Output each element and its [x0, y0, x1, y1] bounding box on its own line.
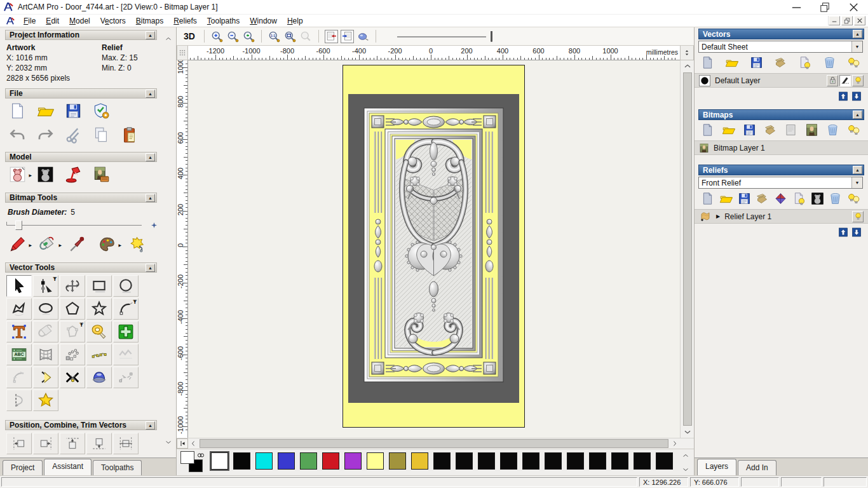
panel-scroll-down[interactable] — [164, 438, 173, 446]
primary-secondary-colour-chip[interactable] — [180, 451, 210, 474]
open-file-icon[interactable] — [719, 192, 733, 205]
palette-swatch[interactable] — [300, 452, 317, 470]
vector-sheet-select[interactable]: Default Sheet ▼ — [698, 41, 863, 53]
relief-layer-icon[interactable] — [699, 211, 712, 222]
collapse-button[interactable]: ▲ — [146, 90, 155, 98]
collapse-button[interactable]: ▲ — [146, 31, 155, 39]
menu-window[interactable]: Window — [245, 15, 282, 27]
flood-fill-icon[interactable] — [128, 236, 146, 253]
align-left-icon[interactable] — [6, 433, 32, 454]
chevron-down-icon[interactable] — [164, 438, 173, 446]
envelope-gray-icon[interactable]: Ŧ — [60, 321, 85, 342]
blank-doc-icon[interactable] — [784, 123, 797, 137]
corner-dots-icon[interactable] — [177, 48, 187, 58]
flyout-arrow-icon[interactable]: ▶ — [29, 173, 32, 177]
palette-swatch[interactable] — [411, 452, 428, 470]
layer-name[interactable]: Default Layer — [715, 76, 760, 85]
chevron-up-icon[interactable] — [681, 452, 690, 459]
menu-reliefs[interactable]: Reliefs — [168, 15, 202, 27]
create-ellipse-icon[interactable] — [33, 298, 58, 320]
pencil-snap-button[interactable] — [839, 75, 851, 86]
chevron-down-icon[interactable]: ▼ — [851, 41, 862, 52]
chevron-up-icon[interactable] — [164, 35, 173, 43]
zoom-drawing-icon[interactable] — [299, 30, 313, 43]
stack-import-icon[interactable] — [774, 56, 787, 69]
hscroll-tool-icon[interactable] — [179, 440, 186, 447]
units-spinner[interactable] — [680, 46, 694, 60]
save-file-icon[interactable] — [65, 102, 82, 119]
flyout-arrow-icon[interactable]: ▶ — [118, 243, 121, 247]
align-bottom-icon[interactable] — [86, 433, 112, 454]
layer-name[interactable]: Bitmap Layer 1 — [714, 144, 765, 152]
palette-swatch[interactable] — [233, 452, 250, 470]
doc-bulb-icon[interactable] — [798, 56, 811, 69]
bitmap-thumbnail-icon[interactable] — [699, 143, 709, 153]
palette-swatch[interactable] — [656, 452, 673, 470]
create-circle-icon[interactable] — [113, 275, 139, 297]
stack-import-icon[interactable] — [764, 123, 777, 137]
relief-combine-icon[interactable] — [774, 192, 787, 205]
mirror-vectors-icon[interactable] — [6, 390, 32, 411]
bulb-button[interactable] — [852, 75, 864, 86]
palette-swatch[interactable] — [478, 452, 495, 470]
horizontal-scroll-thumb[interactable] — [200, 439, 668, 448]
trash-icon[interactable] — [826, 123, 839, 137]
relief-lighting-icon[interactable] — [65, 166, 82, 183]
tab-add-in[interactable]: Add In — [738, 460, 776, 475]
create-star-icon[interactable] — [86, 298, 112, 320]
colour-palette-icon[interactable]: ▶ — [98, 236, 116, 253]
palette-swatch[interactable] — [278, 452, 295, 470]
sheet-new-icon[interactable] — [701, 123, 714, 137]
chevron-up-icon[interactable] — [683, 62, 692, 71]
invert-relief-icon[interactable] — [37, 166, 54, 183]
canvas-viewport[interactable] — [188, 60, 680, 438]
view-3d-button[interactable]: 3D — [180, 31, 198, 41]
expander-icon[interactable]: ▶ — [716, 214, 720, 219]
fit-wave-icon[interactable] — [113, 344, 139, 365]
flyout-arrow-icon[interactable]: ▶ — [58, 243, 62, 247]
scroll-down-button[interactable] — [683, 428, 692, 437]
menu-vectors[interactable]: Vectors — [95, 15, 131, 27]
menu-edit[interactable]: Edit — [41, 15, 64, 27]
create-polyline-icon[interactable] — [6, 298, 32, 320]
palette-swatch[interactable] — [500, 452, 517, 470]
sketch-relief-icon[interactable]: ▶ — [9, 166, 26, 183]
open-file-icon[interactable] — [725, 56, 738, 69]
bulbs-icon[interactable] — [847, 192, 860, 205]
palette-swatch[interactable] — [211, 452, 228, 470]
create-polygon-icon[interactable] — [60, 298, 85, 320]
envelope-distort-icon[interactable] — [33, 344, 58, 365]
palette-swatch[interactable] — [367, 452, 384, 470]
arrow-up-icon[interactable] — [838, 227, 848, 237]
copy-icon[interactable] — [93, 126, 110, 144]
scroll-right-button[interactable] — [670, 438, 680, 449]
colour-picker-icon[interactable] — [69, 236, 86, 253]
slider-thumb[interactable] — [15, 220, 22, 230]
fit-points-icon[interactable] — [86, 344, 112, 365]
pour-gray-icon[interactable] — [33, 321, 58, 342]
toggle-vector-icon[interactable] — [341, 30, 354, 43]
image-doc-icon[interactable] — [805, 123, 818, 137]
align-right-icon[interactable] — [33, 433, 58, 454]
open-file-icon[interactable] — [722, 123, 735, 137]
cut-icon[interactable] — [65, 126, 82, 144]
bulbs-icon[interactable] — [847, 123, 860, 137]
palette-swatch[interactable] — [322, 452, 339, 470]
zoom-out-icon[interactable] — [226, 30, 240, 43]
paint-bucket-icon[interactable]: ▶ — [39, 236, 56, 253]
create-text-icon[interactable] — [6, 321, 32, 342]
vertical-scroll-thumb[interactable] — [683, 72, 692, 426]
vector-layer-row[interactable]: Default Layer — [695, 73, 868, 88]
palette-swatch[interactable] — [344, 452, 362, 470]
tab-toolpaths[interactable]: Toolpaths — [93, 460, 142, 475]
palette-swatch[interactable] — [433, 452, 451, 470]
transform-vectors-icon[interactable] — [60, 275, 85, 297]
collapse-button[interactable]: ▲ — [146, 264, 155, 272]
extrude-3d-icon[interactable] — [86, 367, 112, 388]
model-properties-icon[interactable] — [93, 102, 110, 119]
chevron-down-icon[interactable]: ▼ — [851, 177, 862, 188]
menu-model[interactable]: Model — [64, 15, 95, 27]
node-editing-icon[interactable]: Ŧ — [33, 275, 58, 297]
create-rectangle-icon[interactable] — [86, 275, 112, 297]
scroll-up-button[interactable] — [683, 62, 692, 71]
